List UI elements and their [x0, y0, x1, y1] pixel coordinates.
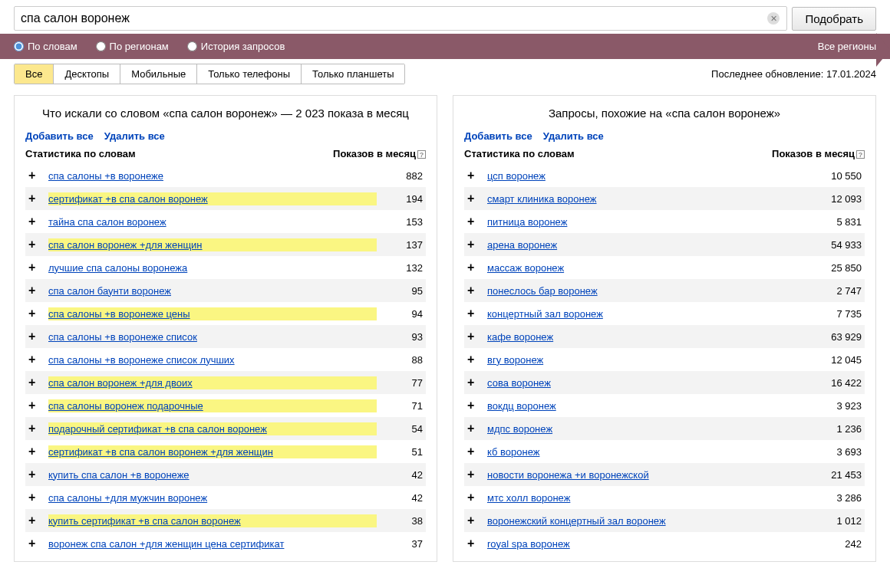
add-icon[interactable]: +: [467, 468, 478, 481]
keyword-link[interactable]: спа салоны +в воронеже список лучших: [48, 354, 377, 366]
keyword-link[interactable]: спа салоны +в воронеже список: [48, 331, 377, 343]
keyword-link[interactable]: купить спа салон +в воронеже: [48, 469, 377, 481]
add-icon[interactable]: +: [28, 445, 39, 458]
keyword-link[interactable]: кб воронеж: [487, 446, 816, 458]
keyword-link[interactable]: мдпс воронеж: [487, 423, 816, 435]
keyword-link[interactable]: питница воронеж: [487, 216, 816, 228]
shows-count: 71: [377, 400, 423, 412]
submit-button[interactable]: Подобрать: [792, 7, 876, 31]
add-icon[interactable]: +: [467, 238, 478, 251]
device-tab[interactable]: Только планшеты: [302, 64, 404, 84]
filter-radio[interactable]: История запросов: [187, 41, 285, 52]
keyword-link[interactable]: смарт клиника воронеж: [487, 193, 816, 205]
shows-count: 77: [377, 377, 423, 389]
keyword-link[interactable]: тайна спа салон воронеж: [48, 216, 377, 228]
add-icon[interactable]: +: [467, 330, 478, 343]
device-tab[interactable]: Мобильные: [120, 64, 197, 84]
add-icon[interactable]: +: [467, 422, 478, 435]
keyword-link[interactable]: спа салоны воронеж подарочные: [48, 399, 377, 412]
keyword-link[interactable]: спа салон воронеж +для женщин: [48, 238, 377, 251]
keyword-link[interactable]: воронеж спа салон +для женщин цена серти…: [48, 538, 377, 550]
keyword-link[interactable]: понеслось бар воронеж: [487, 285, 816, 297]
table-row: +сертификат +в спа салон воронеж194: [25, 187, 426, 210]
table-row: +кафе воронеж63 929: [464, 325, 865, 348]
add-icon[interactable]: +: [467, 353, 478, 366]
add-icon[interactable]: +: [467, 169, 478, 182]
add-icon[interactable]: +: [467, 261, 478, 274]
filter-radio[interactable]: По словам: [14, 41, 77, 52]
keyword-link[interactable]: купить сертификат +в спа салон воронеж: [48, 514, 377, 527]
table-row: +купить сертификат +в спа салон воронеж3…: [25, 509, 426, 532]
keyword-link[interactable]: спа салоны +для мужчин воронеж: [48, 492, 377, 504]
add-icon[interactable]: +: [28, 376, 39, 389]
add-icon[interactable]: +: [467, 376, 478, 389]
add-icon[interactable]: +: [467, 284, 478, 297]
keyword-link[interactable]: royal spa воронеж: [487, 538, 816, 550]
help-icon[interactable]: ?: [856, 150, 865, 159]
add-icon[interactable]: +: [28, 537, 39, 550]
keyword-link[interactable]: цсп воронеж: [487, 170, 816, 182]
add-icon[interactable]: +: [28, 422, 39, 435]
add-icon[interactable]: +: [28, 192, 39, 205]
remove-all-left[interactable]: Удалить все: [104, 130, 165, 142]
keyword-link[interactable]: спа салон воронеж +для двоих: [48, 376, 377, 389]
add-icon[interactable]: +: [467, 399, 478, 412]
add-icon[interactable]: +: [467, 192, 478, 205]
keyword-link[interactable]: сертификат +в спа салон воронеж +для жен…: [48, 445, 377, 458]
table-row: +смарт клиника воронеж12 093: [464, 187, 865, 210]
keyword-link[interactable]: спа салоны +в воронеже: [48, 170, 377, 182]
keyword-link[interactable]: вгу воронеж: [487, 354, 816, 366]
add-all-right[interactable]: Добавить все: [464, 130, 532, 142]
add-icon[interactable]: +: [28, 215, 39, 228]
add-icon[interactable]: +: [467, 445, 478, 458]
device-tab[interactable]: Все: [15, 64, 54, 84]
keyword-link[interactable]: воронежский концертный зал воронеж: [487, 515, 816, 527]
keyword-link[interactable]: вокдц воронеж: [487, 400, 816, 412]
add-icon[interactable]: +: [28, 330, 39, 343]
all-regions-link[interactable]: Все регионы: [818, 41, 876, 52]
table-row: +спа салоны +для мужчин воронеж42: [25, 486, 426, 509]
keyword-link[interactable]: сова воронеж: [487, 377, 816, 389]
help-icon[interactable]: ?: [417, 150, 426, 159]
remove-all-right[interactable]: Удалить все: [543, 130, 604, 142]
keyword-link[interactable]: массаж воронеж: [487, 262, 816, 274]
device-tab[interactable]: Десктопы: [54, 64, 120, 84]
add-icon[interactable]: +: [28, 399, 39, 412]
add-icon[interactable]: +: [28, 169, 39, 182]
add-icon[interactable]: +: [28, 514, 39, 527]
keyword-link[interactable]: спа салоны +в воронеже цены: [48, 307, 377, 320]
keyword-link[interactable]: новости воронежа +и воронежской: [487, 469, 816, 481]
shows-count: 3 693: [816, 446, 862, 458]
device-tab[interactable]: Только телефоны: [197, 64, 302, 84]
clear-icon[interactable]: ✕: [767, 12, 780, 25]
keyword-link[interactable]: кафе воронеж: [487, 331, 816, 343]
filter-radio[interactable]: По регионам: [96, 41, 169, 52]
keyword-link[interactable]: подарочный сертификат +в спа салон ворон…: [48, 422, 377, 435]
shows-count: 5 831: [816, 216, 862, 228]
add-icon[interactable]: +: [28, 307, 39, 320]
shows-count: 137: [377, 239, 423, 251]
keyword-link[interactable]: арена воронеж: [487, 239, 816, 251]
keyword-link[interactable]: лучшие спа салоны воронежа: [48, 262, 377, 274]
shows-count: 194: [377, 193, 423, 205]
keyword-link[interactable]: концертный зал воронеж: [487, 308, 816, 320]
add-icon[interactable]: +: [467, 514, 478, 527]
table-row: +понеслось бар воронеж2 747: [464, 279, 865, 302]
add-icon[interactable]: +: [28, 284, 39, 297]
add-all-left[interactable]: Добавить все: [25, 130, 94, 142]
add-icon[interactable]: +: [28, 468, 39, 481]
keyword-link[interactable]: сертификат +в спа салон воронеж: [48, 192, 377, 205]
table-row: +вгу воронеж12 045: [464, 348, 865, 371]
keyword-link[interactable]: спа салон баунти воронеж: [48, 285, 377, 297]
add-icon[interactable]: +: [467, 537, 478, 550]
table-row: +купить спа салон +в воронеже42: [25, 463, 426, 486]
add-icon[interactable]: +: [28, 353, 39, 366]
add-icon[interactable]: +: [467, 307, 478, 320]
add-icon[interactable]: +: [467, 491, 478, 504]
search-input[interactable]: [14, 6, 787, 31]
keyword-link[interactable]: мтс холл воронеж: [487, 492, 816, 504]
add-icon[interactable]: +: [28, 238, 39, 251]
add-icon[interactable]: +: [28, 491, 39, 504]
add-icon[interactable]: +: [28, 261, 39, 274]
add-icon[interactable]: +: [467, 215, 478, 228]
